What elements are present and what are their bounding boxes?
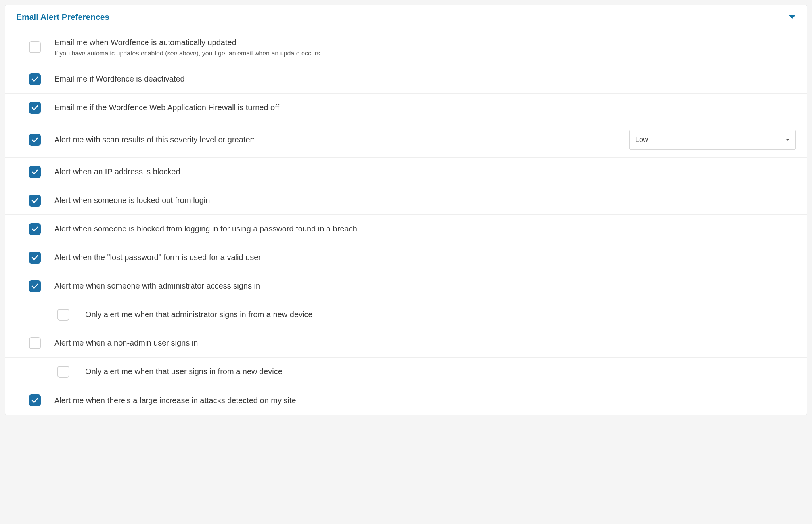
checkbox-nonadmin-signin[interactable]	[29, 337, 41, 349]
option-row-nonadmin-signin: Alert me when a non-admin user signs in	[5, 329, 807, 358]
option-sub-label: Only alert me when that administrator si…	[85, 309, 313, 320]
severity-select[interactable]: Low	[629, 130, 796, 150]
option-helper: If you have automatic updates enabled (s…	[54, 50, 796, 57]
checkbox-breach-password[interactable]	[29, 223, 41, 235]
option-row-deactivated: Email me if Wordfence is deactivated	[5, 65, 807, 94]
option-row-waf-off: Email me if the Wordfence Web Applicatio…	[5, 94, 807, 122]
option-row-ip-blocked: Alert when an IP address is blocked	[5, 158, 807, 186]
checkbox-locked-out[interactable]	[29, 195, 41, 207]
option-label: Alert me when someone with administrator…	[54, 280, 796, 292]
option-label: Alert when someone is locked out from lo…	[54, 195, 796, 206]
checkbox-admin-new-device[interactable]	[57, 309, 69, 321]
checkbox-auto-update[interactable]	[29, 41, 41, 53]
option-label: Alert me with scan results of this sever…	[54, 134, 629, 145]
option-row-attack-spike: Alert me when there's a large increase i…	[5, 386, 807, 415]
panel-title: Email Alert Preferences	[16, 12, 109, 22]
option-text-col: Alert me with scan results of this sever…	[54, 134, 629, 145]
checkbox-deactivated[interactable]	[29, 73, 41, 85]
option-text-col: Email me when Wordfence is automatically…	[54, 37, 796, 57]
option-subrow-admin-new-device: Only alert me when that administrator si…	[5, 300, 807, 329]
option-row-auto-update: Email me when Wordfence is automatically…	[5, 29, 807, 65]
option-text-col: Alert when the "lost password" form is u…	[54, 252, 796, 263]
option-label: Alert me when a non-admin user signs in	[54, 337, 796, 349]
option-text-col: Alert when someone is blocked from loggi…	[54, 223, 796, 235]
option-text-col: Alert when someone is locked out from lo…	[54, 195, 796, 206]
checkbox-attack-spike[interactable]	[29, 394, 41, 406]
severity-select-wrap: Low	[629, 130, 796, 150]
option-row-admin-signin: Alert me when someone with administrator…	[5, 272, 807, 300]
option-text-col: Alert when an IP address is blocked	[54, 166, 796, 178]
option-label: Alert when the "lost password" form is u…	[54, 252, 796, 263]
checkbox-waf-off[interactable]	[29, 102, 41, 114]
option-row-lost-password: Alert when the "lost password" form is u…	[5, 243, 807, 272]
option-text-col: Alert me when a non-admin user signs in	[54, 337, 796, 349]
panel-header[interactable]: Email Alert Preferences	[5, 5, 807, 29]
option-label: Alert me when there's a large increase i…	[54, 395, 796, 406]
option-label: Alert when someone is blocked from loggi…	[54, 223, 796, 235]
option-sub-label: Only alert me when that user signs in fr…	[85, 366, 282, 377]
checkbox-ip-blocked[interactable]	[29, 166, 41, 178]
email-alert-preferences-panel: Email Alert Preferences Email me when Wo…	[5, 5, 807, 415]
option-row-locked-out: Alert when someone is locked out from lo…	[5, 186, 807, 215]
checkbox-nonadmin-new-device[interactable]	[57, 366, 69, 378]
option-label: Alert when an IP address is blocked	[54, 166, 796, 178]
checkbox-admin-signin[interactable]	[29, 280, 41, 292]
option-label: Email me if the Wordfence Web Applicatio…	[54, 102, 796, 113]
option-text-col: Email me if Wordfence is deactivated	[54, 73, 796, 85]
checkbox-severity[interactable]	[29, 134, 41, 146]
option-subrow-nonadmin-new-device: Only alert me when that user signs in fr…	[5, 358, 807, 386]
option-text-col: Alert me when there's a large increase i…	[54, 395, 796, 406]
option-label: Email me when Wordfence is automatically…	[54, 37, 796, 48]
option-row-severity: Alert me with scan results of this sever…	[5, 122, 807, 158]
option-text-col: Alert me when someone with administrator…	[54, 280, 796, 292]
checkbox-lost-password[interactable]	[29, 252, 41, 264]
chevron-down-icon	[789, 15, 796, 19]
option-text-col: Email me if the Wordfence Web Applicatio…	[54, 102, 796, 113]
option-label: Email me if Wordfence is deactivated	[54, 73, 796, 85]
option-row-breach-password: Alert when someone is blocked from loggi…	[5, 215, 807, 243]
